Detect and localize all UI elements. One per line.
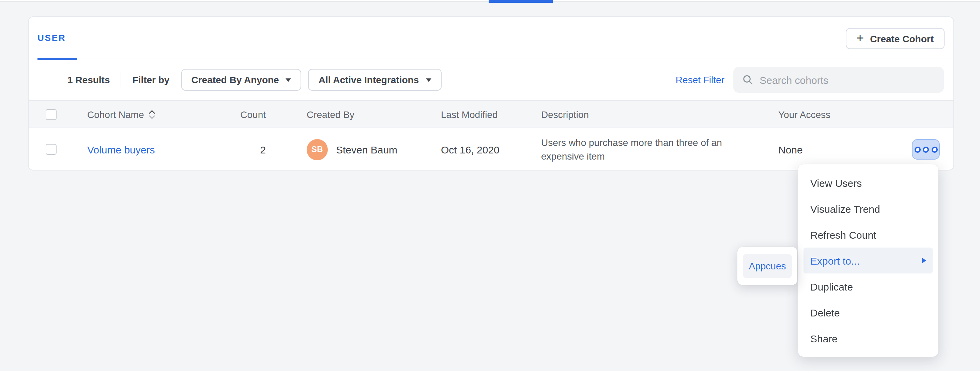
caret-down-icon [426,78,431,81]
created-by-dropdown[interactable]: Created By Anyone [181,69,301,91]
table-header-row: Cohort Name Count Created By Last Modifi… [29,101,953,128]
divider [121,72,122,87]
cohort-name-header-label: Cohort Name [87,109,144,120]
ellipsis-icon [914,146,920,153]
column-header-cohort-name[interactable]: Cohort Name [87,109,218,120]
search-input[interactable] [759,74,936,86]
cohorts-card: USER + Create Cohort 1 Results Filter by… [28,16,954,170]
cohort-count: 2 [218,143,266,155]
menu-item-duplicate[interactable]: Duplicate [803,274,933,299]
column-header-description[interactable]: Description [541,109,778,120]
created-by-name: Steven Baum [336,143,397,155]
reset-filter-link[interactable]: Reset Filter [676,74,724,85]
row-checkbox[interactable] [46,144,57,155]
export-submenu: Appcues [737,247,797,285]
column-header-created-by[interactable]: Created By [266,109,441,120]
access-value: None [778,143,912,155]
submenu-arrow-icon [922,258,926,263]
menu-item-visualize-trend[interactable]: Visualize Trend [803,196,933,221]
search-box[interactable] [733,67,944,93]
select-all-checkbox[interactable] [46,109,57,120]
sort-icon [149,110,156,119]
menu-item-export-to[interactable]: Export to... [803,248,933,274]
submenu-item-appcues[interactable]: Appcues [743,254,792,278]
last-modified-date: Oct 16, 2020 [441,143,541,155]
integrations-dropdown-label: All Active Integrations [318,74,419,85]
filter-bar: 1 Results Filter by Created By Anyone Al… [29,59,953,101]
tab-user-underline [38,57,77,60]
cohort-description: Users who purchase more than three of an… [541,135,752,163]
row-actions-menu: View Users Visualize Trend Refresh Count… [798,164,939,357]
tab-bar: USER + Create Cohort [29,17,953,59]
menu-item-refresh-count[interactable]: Refresh Count [803,221,933,248]
column-header-count[interactable]: Count [218,109,266,120]
cohorts-page: USER + Create Cohort 1 Results Filter by… [0,0,980,371]
created-by-cell: SB Steven Baum [307,139,441,160]
create-cohort-label: Create Cohort [870,33,934,44]
caret-down-icon [286,78,291,81]
menu-item-delete[interactable]: Delete [803,299,933,325]
menu-item-share[interactable]: Share [803,325,933,351]
created-by-dropdown-label: Created By Anyone [191,74,279,85]
integrations-dropdown[interactable]: All Active Integrations [309,69,442,91]
filter-by-label: Filter by [132,74,170,85]
avatar: SB [307,139,328,160]
column-header-your-access[interactable]: Your Access [778,109,912,120]
ellipsis-icon [923,146,929,153]
export-to-label: Export to... [810,255,860,266]
column-header-last-modified[interactable]: Last Modified [441,109,541,120]
cohort-name-link[interactable]: Volume buyers [87,143,155,155]
row-actions-button[interactable] [912,139,940,159]
active-nav-tab-indicator [488,0,553,3]
plus-icon: + [856,31,864,44]
results-count: 1 Results [67,74,110,85]
tab-user[interactable]: USER [38,17,66,59]
create-cohort-button[interactable]: + Create Cohort [845,28,945,49]
menu-item-view-users[interactable]: View Users [803,170,933,196]
search-icon [743,74,753,85]
tab-user-label: USER [38,33,66,43]
ellipsis-icon [931,146,937,153]
